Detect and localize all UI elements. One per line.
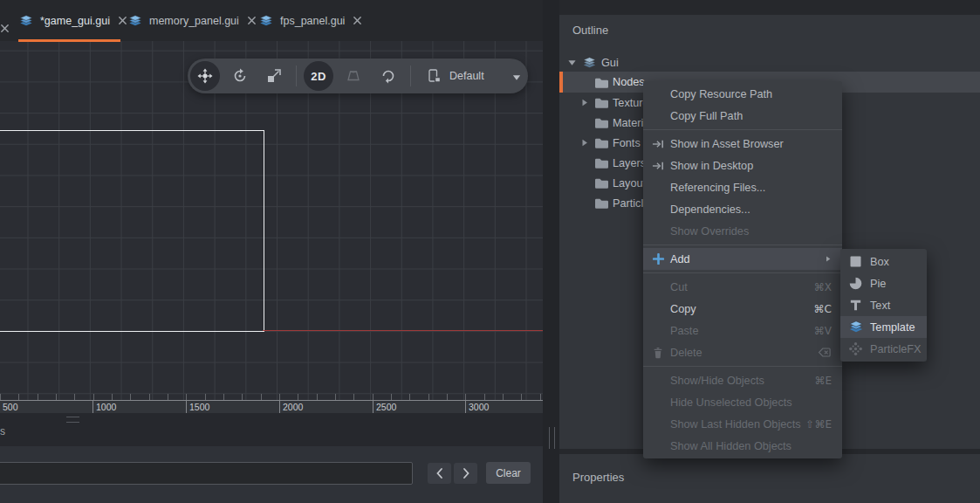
scale-tool-button[interactable] — [259, 61, 289, 91]
blank-icon-slot — [652, 324, 670, 338]
outline-item-gui[interactable]: Gui — [559, 52, 980, 72]
menu-item-label: Delete — [670, 347, 818, 359]
close-icon[interactable] — [353, 16, 362, 26]
menu-item-delete: Delete — [643, 341, 842, 363]
scene-editor-pane: *game_gui.gui memory_panel.gui fps_panel… — [0, 0, 543, 503]
submenu-item-label: Template — [870, 321, 915, 334]
submenu-item-pie[interactable]: Pie — [840, 272, 927, 294]
menu-item-label: Cut — [670, 281, 814, 293]
blank-icon-slot — [652, 109, 670, 123]
menu-item-copy[interactable]: Copy ⌘C — [643, 298, 842, 320]
collapse-arrow-icon[interactable] — [580, 138, 589, 147]
submenu-item-text[interactable]: Text — [840, 294, 927, 316]
collapse-arrow-icon[interactable] — [580, 98, 589, 107]
orbit-camera-button[interactable] — [373, 61, 403, 91]
menu-item-label: Show All Hidden Objects — [670, 440, 832, 452]
gui-file-icon — [127, 14, 143, 27]
horizontal-splitter-grip[interactable] — [66, 417, 79, 423]
toolbar-divider — [296, 65, 297, 86]
menu-item-dependencies[interactable]: Dependencies... — [643, 198, 842, 220]
frustum-culling-button[interactable] — [339, 61, 368, 91]
blank-icon-slot — [652, 203, 670, 217]
ruler-tick-label: 2000 — [283, 402, 303, 412]
tree-item-label: Nodes — [613, 76, 645, 88]
menu-item-label: Show in Asset Browser — [670, 138, 832, 150]
device-profile-dropdown[interactable]: Default — [449, 59, 484, 93]
expand-arrow-icon[interactable] — [567, 59, 576, 67]
menu-item-add[interactable]: Add — [643, 248, 842, 270]
trash-icon — [652, 346, 670, 360]
move-tool-button[interactable] — [190, 61, 220, 91]
menu-separator — [643, 366, 842, 367]
menu-item-label: Copy Full Path — [670, 110, 832, 122]
menu-item-label: Copy Resource Path — [670, 88, 832, 100]
menu-item-show-in-asset-browser[interactable]: Show in Asset Browser — [643, 133, 842, 155]
prev-match-button[interactable] — [428, 463, 451, 484]
blank-icon-slot — [652, 87, 670, 101]
next-match-button[interactable] — [454, 463, 477, 484]
folder-icon — [594, 136, 609, 149]
add-submenu: Box Pie Text Template ParticleFX — [840, 249, 927, 362]
2d-mode-button[interactable]: 2D — [304, 61, 333, 91]
submenu-item-box[interactable]: Box — [840, 251, 927, 272]
viewport-toolbar: 2D Default — [188, 59, 528, 93]
tab-game-gui[interactable]: *game_gui.gui — [18, 0, 120, 41]
bottom-panel-header: s — [0, 413, 543, 446]
delete-key-icon — [818, 346, 832, 359]
pane-splitter[interactable] — [543, 0, 559, 503]
folder-icon — [594, 156, 609, 169]
editor-tab-bar: *game_gui.gui memory_panel.gui fps_panel… — [0, 0, 543, 41]
blank-icon-slot — [652, 302, 670, 316]
toolbar-divider — [410, 65, 411, 86]
folder-icon — [594, 76, 609, 89]
close-icon[interactable] — [247, 16, 257, 26]
menu-separator — [643, 129, 842, 130]
submenu-item-label: Pie — [870, 278, 886, 290]
close-icon[interactable] — [0, 24, 10, 33]
menu-item-copy-full-path[interactable]: Copy Full Path — [643, 105, 842, 127]
submenu-item-template[interactable]: Template — [840, 316, 927, 338]
tab-memory-panel[interactable]: memory_panel.gui — [127, 0, 251, 41]
blank-icon-slot — [652, 181, 670, 195]
jump-to-icon — [652, 137, 670, 151]
ruler-tick-label: 2500 — [376, 402, 396, 412]
outline-panel-title: Outline — [572, 24, 608, 37]
vertical-splitter-grip[interactable] — [549, 427, 555, 449]
rotate-tool-button[interactable] — [225, 61, 255, 91]
tree-item-label: Gui — [601, 57, 619, 69]
menu-item-copy-resource-path[interactable]: Copy Resource Path — [643, 83, 842, 105]
menu-item-label: Copy — [670, 303, 814, 315]
pie-node-icon — [848, 276, 863, 291]
menu-item-label: Add — [670, 253, 819, 265]
blank-icon-slot — [652, 224, 670, 238]
gui-file-icon — [258, 14, 274, 27]
tab-fps-panel[interactable]: fps_panel.gui — [258, 0, 356, 41]
menu-shortcut: ⌘V — [814, 325, 832, 337]
ruler-tick-label: 1000 — [96, 402, 116, 412]
scene-viewport[interactable]: 2D Default — [0, 41, 543, 400]
submenu-arrow-icon — [825, 254, 832, 264]
blank-icon-slot — [652, 396, 670, 410]
menu-item-hide-unselected-objects: Hide Unselected Objects — [643, 391, 842, 413]
menu-shortcut: ⌘X — [814, 281, 832, 293]
menu-item-label: Referencing Files... — [670, 182, 832, 194]
menu-item-paste: Paste ⌘V — [643, 320, 842, 341]
box-node-icon — [848, 254, 863, 269]
menu-separator — [643, 245, 842, 245]
submenu-item-particlefx: ParticleFX — [840, 338, 927, 360]
console-search-input[interactable] — [0, 462, 413, 485]
blank-icon-slot — [652, 280, 670, 294]
clear-console-button[interactable]: Clear — [486, 462, 531, 484]
chevron-down-icon[interactable] — [511, 73, 522, 82]
blank-icon-slot — [652, 417, 670, 431]
close-icon[interactable] — [118, 16, 127, 26]
truncated-panel-label: s — [0, 425, 5, 438]
menu-shortcut: ⇧⌘E — [805, 418, 832, 431]
menu-item-referencing-files[interactable]: Referencing Files... — [643, 176, 842, 198]
menu-separator — [643, 272, 842, 273]
ruler-tick-label: 1500 — [189, 402, 209, 412]
menu-item-show-in-desktop[interactable]: Show in Desktop — [643, 155, 842, 176]
menu-item-show-overrides: Show Overrides — [643, 220, 842, 242]
tree-item-label: Fonts — [613, 137, 641, 149]
blank-icon-slot — [652, 439, 670, 453]
